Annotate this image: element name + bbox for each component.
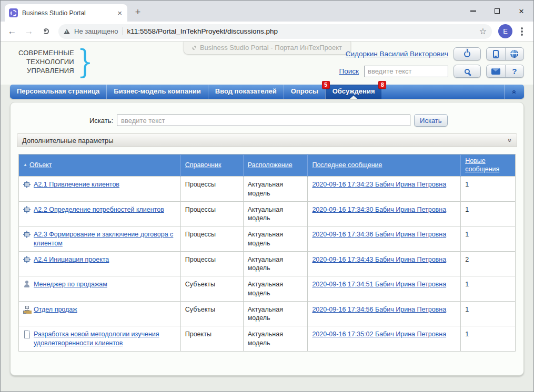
chevron-down-icon[interactable]: » [507,139,514,142]
column-header-object[interactable]: ▲Объект [19,154,181,177]
new-messages-cell: 2 [461,251,516,276]
forward-button[interactable]: → [22,24,36,39]
new-messages-cell: 1 [461,301,516,326]
last-message-link[interactable]: 2020-09-16 17:34:51 Бабич Ирина Петровна [312,281,446,288]
object-link[interactable]: А2.1 Привлечение клиентов [34,180,119,189]
magnifier-icon [465,69,470,74]
column-header-label[interactable]: Справочник [185,161,221,169]
nav-tab-label: Бизнес-модель компании [114,87,200,95]
browser-menu-dots-icon[interactable] [521,30,523,33]
omnibox-divider [123,27,123,35]
portal-gear-icon [192,46,196,50]
search-section: Искать: Искать [11,102,523,127]
nav-tab-personal-page[interactable]: Персональная страница [10,85,106,99]
nav-tab-label: Ввод показателей [215,87,277,95]
user-name-link[interactable]: Сидоркин Василий Викторович [346,50,448,58]
object-link[interactable]: А2.3 Формирование и заключение договора … [34,230,176,247]
last-message-link[interactable]: 2020-09-16 17:34:23 Бабич Ирина Петровна [312,181,446,188]
location-cell: Актуальная модель [243,226,308,252]
tab-close-icon[interactable]: × [116,9,123,17]
back-button[interactable]: ← [5,24,19,39]
surveys-badge: 5 [322,81,330,89]
object-link[interactable]: Разработка новой методологии изучения уд… [34,330,176,347]
mail-button[interactable] [487,65,505,77]
object-link[interactable]: Отдел продаж [34,305,77,314]
help-button[interactable]: ? [505,65,524,77]
last-message-link[interactable]: 2020-09-16 17:34:43 Бабич Ирина Петровна [312,256,446,263]
profile-avatar[interactable]: E [498,24,512,38]
discussions-table-wrap: ▲Объект Справочник Расположение Последне… [18,154,516,352]
last-message-link[interactable]: 2020-09-16 17:35:02 Бабич Ирина Петровна [312,331,446,338]
object-type-icon [23,256,31,263]
portal-app-tab: Business Studio Portal - Портал ИнТехПро… [183,42,351,55]
browser-toolbar: ← → Не защищено k11:5558/Portal_InTekhPr… [1,22,533,42]
portal-app-title: Business Studio Portal - Портал ИнТехПро… [200,44,342,51]
forward-icon: → [25,26,34,37]
help-icon: ? [512,67,517,76]
main-navigation: Персональная страница Бизнес-модель комп… [10,85,524,99]
object-type-icon [23,206,31,213]
nav-tab-discussions[interactable]: Обсуждения8 [325,85,382,99]
search-button[interactable]: Искать [414,114,448,127]
directory-cell: Процессы [180,226,243,252]
close-button[interactable]: × [509,1,533,22]
mobile-version-button[interactable] [487,48,505,60]
quick-search-button[interactable] [454,65,481,78]
discussions-badge: 8 [378,81,386,89]
not-secure-warning-icon[interactable] [64,29,70,34]
table-row: Отдел продаж Субъекты Актуальная модель … [19,301,516,326]
security-label[interactable]: Не защищено [74,27,118,35]
object-link[interactable]: А2.4 Инициация проекта [34,255,109,264]
minimize-button[interactable] [461,1,485,22]
column-header-last-message[interactable]: Последнее сообщение [308,154,461,177]
column-header-label[interactable]: Последнее сообщение [312,161,382,169]
last-message-link[interactable]: 2020-09-16 17:34:30 Бабич Ирина Петровна [312,206,446,213]
new-messages-cell: 1 [461,177,516,202]
quick-search-input[interactable] [364,66,448,77]
search-input[interactable] [117,115,410,126]
reload-button[interactable] [38,24,53,39]
language-button[interactable] [505,48,524,60]
last-message-link[interactable]: 2020-09-16 17:34:36 Бабич Ирина Петровна [312,231,446,238]
help-buttons: ? [486,65,524,78]
nav-tab-business-model[interactable]: Бизнес-модель компании [106,85,207,99]
search-label: Искать: [89,117,113,125]
logo-brace-icon: } [77,48,93,76]
table-row: А2.3 Формирование и заключение договора … [19,226,516,252]
table-row: Менеджер по продажам Субъекты Актуальная… [19,276,516,302]
logo-line-1: СОВРЕМЕННЫЕ [18,49,74,58]
column-header-new-messages[interactable]: Новые сообщения [461,154,516,177]
location-cell: Актуальная модель [243,326,308,352]
logout-button[interactable] [454,47,481,60]
nav-collapse-button[interactable]: « [504,85,524,99]
column-header-label[interactable]: Расположение [248,161,293,169]
column-header-label[interactable]: Новые сообщения [465,157,499,173]
table-header-row: ▲Объект Справочник Расположение Последне… [19,154,516,177]
logo-line-2: ТЕХНОЛОГИИ [18,58,74,67]
object-type-icon [23,331,31,338]
url-text[interactable]: k11:5558/Portal_InTekhProyekt/discussion… [127,27,475,35]
column-header-directory[interactable]: Справочник [180,154,243,177]
favicon-gear-icon [9,8,18,17]
additional-params-title: Дополнительные параметры [22,137,114,145]
location-cell: Актуальная модель [243,251,308,276]
address-bar[interactable]: Не защищено k11:5558/Portal_InTekhProyek… [58,24,492,39]
browser-tab-title: Business Studio Portal [22,9,112,17]
object-link[interactable]: Менеджер по продажам [34,280,107,288]
nav-tab-indicators[interactable]: Ввод показателей [208,85,284,99]
bookmark-star-icon[interactable]: ☆ [479,26,487,36]
nav-tab-surveys[interactable]: Опросы5 [284,85,325,99]
maximize-button[interactable] [485,1,509,22]
nav-tab-label: Опросы [291,87,318,95]
browser-tab[interactable]: Business Studio Portal × [5,4,127,22]
last-message-link[interactable]: 2020-09-16 17:34:56 Бабич Ирина Петровна [312,306,446,313]
column-header-label[interactable]: Объект [29,161,52,169]
table-row: Разработка новой методологии изучения уд… [19,326,516,352]
quick-search-link[interactable]: Поиск [339,67,359,75]
column-header-location[interactable]: Расположение [243,154,308,177]
object-link[interactable]: А2.2 Определение потребностей клиентов [34,205,164,214]
new-tab-button[interactable]: + [130,5,145,19]
new-messages-cell: 1 [461,276,516,302]
additional-params-bar[interactable]: Дополнительные параметры » [17,133,517,147]
directory-cell: Процессы [180,251,243,276]
